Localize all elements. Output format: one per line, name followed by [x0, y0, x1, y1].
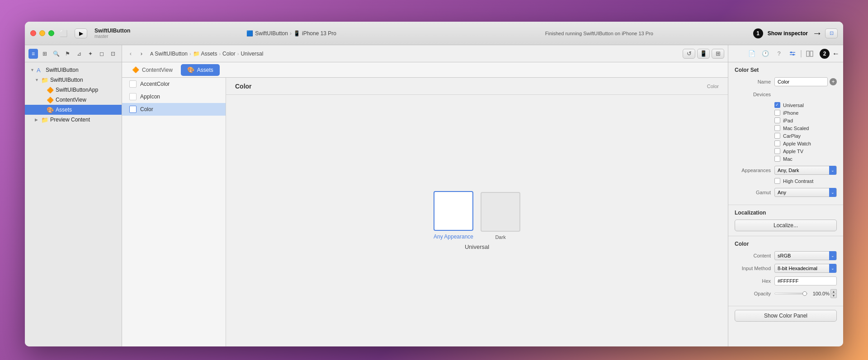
gamut-row: Gamut Any ⌄	[735, 187, 837, 197]
tab-assets[interactable]: 🎨 Assets	[181, 64, 220, 76]
tree-item-root[interactable]: ▼ A SwiftUIButton	[25, 65, 122, 75]
appicon-icon	[129, 93, 137, 100]
mac-scaled-checkbox[interactable]	[774, 125, 780, 131]
back-button[interactable]: ‹	[126, 49, 136, 59]
opacity-stepper[interactable]: ▲ ▼	[830, 289, 837, 298]
breadcrumb-assets[interactable]: 📁 Assets	[193, 51, 217, 57]
name-value: Color	[778, 79, 789, 84]
name-row: Name Color +	[735, 77, 837, 87]
universal-checkbox[interactable]	[774, 102, 780, 108]
inspector-tab-clock[interactable]: 🕐	[760, 49, 771, 59]
device-mac-row: Mac	[735, 156, 837, 162]
appearances-row: Appearances Any, Dark ⌄	[735, 165, 837, 175]
asset-header-label: Color	[707, 84, 719, 89]
toolbar-search-icon[interactable]: ⚑	[63, 49, 72, 59]
tree-item-contentview[interactable]: ▶ 🔶 ContentView	[25, 95, 122, 105]
carplay-checkbox[interactable]	[774, 133, 780, 139]
localization-title: Localization	[735, 210, 837, 216]
toolbar-bubble-icon[interactable]: ◻	[97, 49, 107, 59]
name-input[interactable]: Color	[774, 77, 828, 86]
toolbar-inspector-icon[interactable]: ⊞	[40, 49, 49, 59]
high-contrast-label: High Contrast	[783, 178, 813, 184]
content-select[interactable]: sRGB ⌄	[774, 251, 837, 260]
tree-group-label: SwiftUIButton	[50, 77, 83, 83]
toolbar-star-icon[interactable]: ✦	[85, 49, 95, 59]
file-item-accentcolor[interactable]: AccentColor	[122, 78, 226, 90]
tab-contentview[interactable]: 🔶 ContentView	[126, 64, 179, 76]
inspector-tab-sliders[interactable]	[787, 49, 798, 59]
file-item-color[interactable]: Color	[122, 103, 226, 116]
inspector-panel-icon[interactable]: ⊡	[825, 28, 838, 38]
toolbar-grid-icon[interactable]: ⊡	[108, 49, 118, 59]
play-button[interactable]: ▶	[75, 28, 87, 38]
high-contrast-checkbox[interactable]	[774, 178, 780, 184]
close-button[interactable]	[30, 30, 36, 36]
inspector-tab-panel[interactable]	[804, 49, 815, 59]
apple-tv-checkbox[interactable]	[774, 148, 780, 154]
tree-item-preview[interactable]: ▶ 📁 Preview Content	[25, 115, 122, 125]
color-detail-title: Color	[735, 241, 837, 247]
ipad-checkbox[interactable]	[774, 117, 780, 123]
breadcrumb-universal[interactable]: Universal	[241, 51, 263, 57]
opacity-slider[interactable]	[774, 293, 807, 295]
sidebar-toggle-icon[interactable]: ⬜	[60, 30, 67, 37]
tab-bar: 🔶 ContentView 🎨 Assets	[122, 62, 728, 78]
input-method-label: Input Method	[735, 266, 771, 271]
inspector-tab-file[interactable]: 📄	[746, 49, 757, 59]
gamut-select[interactable]: Any ⌄	[774, 188, 837, 197]
accentcolor-label: AccentColor	[140, 81, 170, 87]
appearances-label: Appearances	[735, 168, 771, 173]
project-branch: master	[94, 34, 130, 39]
opacity-down[interactable]: ▼	[830, 294, 837, 299]
appicon-label: AppIcon	[140, 94, 160, 100]
device-apple-watch-row: Apple Watch	[735, 140, 837, 146]
asset-header: Color Color	[226, 78, 728, 95]
input-method-select[interactable]: 8-bit Hexadecimal ⌄	[774, 264, 837, 273]
name-add-button[interactable]: +	[830, 78, 837, 85]
tree-item-app[interactable]: ▶ 🔶 SwiftUIButtonApp	[25, 85, 122, 95]
editor-area: AccentColor AppIcon Color Color	[122, 78, 728, 346]
inspector-tab-help[interactable]: ?	[774, 49, 784, 59]
right-arrow-icon: →	[812, 28, 822, 39]
tab-contentview-label: ContentView	[142, 67, 173, 73]
titlebar-actions: 1 Show inspector → ⊡	[753, 28, 838, 39]
tree-item-assets[interactable]: ▶ 🎨 Assets	[25, 105, 122, 115]
input-method-row: 3 → Input Method 8-bit Hexadecimal ⌄	[735, 263, 837, 273]
hex-field[interactable]: #FFFFFF	[774, 276, 837, 285]
mac-checkbox[interactable]	[774, 156, 780, 162]
universal-group-label: Universal	[465, 243, 489, 250]
opacity-up[interactable]: ▲	[830, 289, 837, 294]
nav-arrows: ‹ ›	[126, 49, 146, 59]
toolbar-symbol-icon[interactable]: 🔍	[52, 49, 61, 59]
status-text: Finished running SwiftUIButton on iPhone…	[445, 31, 753, 36]
svg-point-3	[793, 54, 794, 56]
device-ipad-row: iPad	[735, 117, 837, 123]
minimize-button[interactable]	[39, 30, 45, 36]
apple-watch-checkbox[interactable]	[774, 140, 780, 146]
refresh-icon[interactable]: ↺	[683, 49, 695, 59]
breadcrumb-color[interactable]: Color	[222, 51, 236, 57]
mac-label: Mac	[783, 156, 793, 162]
file-item-appicon[interactable]: AppIcon	[122, 90, 226, 103]
maximize-button[interactable]	[48, 30, 54, 36]
iphone-checkbox[interactable]	[774, 110, 780, 116]
editor-toolbar: ‹ › A SwiftUIButton › 📁 Assets › Color ›…	[122, 45, 728, 62]
asset-content: Any Appearance Dark Universal	[226, 95, 728, 346]
swatch-dark-icon[interactable]	[481, 192, 520, 232]
asset-title: Color	[235, 83, 707, 90]
show-color-panel-button[interactable]: Show Color Panel	[735, 310, 837, 322]
add-icon[interactable]: ⊞	[712, 49, 724, 59]
device-icon[interactable]: 📱	[697, 49, 710, 59]
breadcrumb-swiftuibutton[interactable]: A SwiftUIButton	[150, 51, 188, 57]
opacity-row: Opacity 100.0% ▲ ▼	[735, 289, 837, 299]
high-contrast-row: High Contrast	[735, 178, 837, 184]
appearances-select[interactable]: Any, Dark ⌄	[774, 166, 837, 175]
toolbar-warning-icon[interactable]: ⊿	[74, 49, 84, 59]
swatch-dark-label: Dark	[495, 234, 505, 240]
tree-item-group[interactable]: ▼ 📁 SwiftUIButton	[25, 75, 122, 85]
nav-path: 🟦 SwiftUIButton › 📱 iPhone 13 Pro	[137, 30, 445, 37]
toolbar-file-icon[interactable]: ≡	[28, 49, 38, 59]
forward-button[interactable]: ›	[137, 49, 146, 59]
swatch-any-icon[interactable]	[434, 191, 473, 231]
localize-button[interactable]: Localize...	[735, 220, 837, 231]
